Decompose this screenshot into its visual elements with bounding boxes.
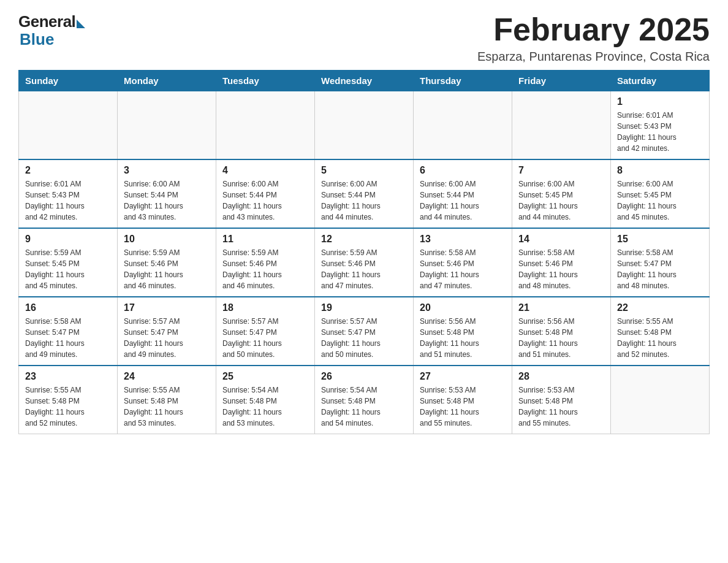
day-number: 12 — [321, 234, 407, 245]
day-info: Sunrise: 6:00 AM Sunset: 5:44 PM Dayligh… — [222, 178, 308, 223]
day-info: Sunrise: 5:58 AM Sunset: 5:46 PM Dayligh… — [518, 247, 604, 291]
day-number: 27 — [420, 371, 506, 382]
calendar-cell — [118, 91, 216, 160]
day-number: 13 — [420, 234, 506, 245]
day-number: 20 — [420, 302, 506, 313]
day-number: 7 — [518, 165, 604, 176]
calendar-cell: 14Sunrise: 5:58 AM Sunset: 5:46 PM Dayli… — [512, 228, 611, 297]
day-info: Sunrise: 5:59 AM Sunset: 5:46 PM Dayligh… — [124, 247, 210, 291]
day-number: 2 — [25, 165, 111, 176]
calendar-cell: 20Sunrise: 5:56 AM Sunset: 5:48 PM Dayli… — [414, 297, 512, 366]
calendar-cell: 13Sunrise: 5:58 AM Sunset: 5:46 PM Dayli… — [414, 228, 512, 297]
day-info: Sunrise: 6:01 AM Sunset: 5:43 PM Dayligh… — [617, 110, 703, 154]
day-number: 23 — [25, 371, 111, 382]
day-info: Sunrise: 5:57 AM Sunset: 5:47 PM Dayligh… — [321, 316, 407, 360]
day-info: Sunrise: 5:56 AM Sunset: 5:48 PM Dayligh… — [420, 316, 506, 360]
day-number: 8 — [617, 165, 703, 176]
day-info: Sunrise: 5:58 AM Sunset: 5:46 PM Dayligh… — [420, 247, 506, 291]
day-info: Sunrise: 6:01 AM Sunset: 5:43 PM Dayligh… — [25, 178, 111, 223]
calendar-cell — [611, 366, 710, 434]
day-number: 1 — [617, 96, 703, 107]
day-number: 9 — [25, 234, 111, 245]
calendar-cell: 3Sunrise: 6:00 AM Sunset: 5:44 PM Daylig… — [118, 159, 216, 228]
page-header: General Blue February 2025 Esparza, Punt… — [18, 12, 710, 64]
title-area: February 2025 Esparza, Puntarenas Provin… — [477, 12, 710, 64]
day-number: 14 — [518, 234, 604, 245]
day-info: Sunrise: 6:00 AM Sunset: 5:45 PM Dayligh… — [518, 178, 604, 223]
day-info: Sunrise: 5:54 AM Sunset: 5:48 PM Dayligh… — [321, 385, 407, 429]
logo-blue-text: Blue — [20, 30, 54, 49]
month-title: February 2025 — [477, 12, 710, 47]
calendar-header-wednesday: Wednesday — [315, 71, 414, 91]
logo-arrow-icon — [77, 20, 85, 28]
day-number: 24 — [124, 371, 210, 382]
day-info: Sunrise: 5:58 AM Sunset: 5:47 PM Dayligh… — [617, 247, 703, 291]
calendar-header-sunday: Sunday — [19, 71, 118, 91]
day-info: Sunrise: 5:58 AM Sunset: 5:47 PM Dayligh… — [25, 316, 111, 360]
day-info: Sunrise: 5:55 AM Sunset: 5:48 PM Dayligh… — [124, 385, 210, 429]
day-number: 26 — [321, 371, 407, 382]
day-info: Sunrise: 5:53 AM Sunset: 5:48 PM Dayligh… — [420, 385, 506, 429]
calendar-cell: 12Sunrise: 5:59 AM Sunset: 5:46 PM Dayli… — [315, 228, 414, 297]
calendar-cell: 8Sunrise: 6:00 AM Sunset: 5:45 PM Daylig… — [611, 159, 710, 228]
day-info: Sunrise: 5:55 AM Sunset: 5:48 PM Dayligh… — [617, 316, 703, 360]
calendar-cell — [216, 91, 315, 160]
calendar-header-thursday: Thursday — [414, 71, 512, 91]
calendar-cell: 23Sunrise: 5:55 AM Sunset: 5:48 PM Dayli… — [19, 366, 118, 434]
calendar-cell: 21Sunrise: 5:56 AM Sunset: 5:48 PM Dayli… — [512, 297, 611, 366]
day-number: 10 — [124, 234, 210, 245]
calendar-cell: 17Sunrise: 5:57 AM Sunset: 5:47 PM Dayli… — [118, 297, 216, 366]
calendar-header-friday: Friday — [512, 71, 611, 91]
day-info: Sunrise: 5:54 AM Sunset: 5:48 PM Dayligh… — [222, 385, 308, 429]
calendar-cell: 25Sunrise: 5:54 AM Sunset: 5:48 PM Dayli… — [216, 366, 315, 434]
calendar-cell: 4Sunrise: 6:00 AM Sunset: 5:44 PM Daylig… — [216, 159, 315, 228]
calendar-cell: 27Sunrise: 5:53 AM Sunset: 5:48 PM Dayli… — [414, 366, 512, 434]
day-info: Sunrise: 6:00 AM Sunset: 5:44 PM Dayligh… — [124, 178, 210, 223]
day-number: 21 — [518, 302, 604, 313]
day-info: Sunrise: 5:59 AM Sunset: 5:46 PM Dayligh… — [222, 247, 308, 291]
calendar-cell: 22Sunrise: 5:55 AM Sunset: 5:48 PM Dayli… — [611, 297, 710, 366]
calendar-cell: 2Sunrise: 6:01 AM Sunset: 5:43 PM Daylig… — [19, 159, 118, 228]
logo: General Blue — [18, 12, 85, 49]
calendar-week-row: 23Sunrise: 5:55 AM Sunset: 5:48 PM Dayli… — [19, 366, 710, 434]
location-subtitle: Esparza, Puntarenas Province, Costa Rica — [477, 50, 710, 64]
day-number: 11 — [222, 234, 308, 245]
day-info: Sunrise: 6:00 AM Sunset: 5:44 PM Dayligh… — [321, 178, 407, 223]
calendar-cell: 9Sunrise: 5:59 AM Sunset: 5:45 PM Daylig… — [19, 228, 118, 297]
day-number: 6 — [420, 165, 506, 176]
day-info: Sunrise: 5:57 AM Sunset: 5:47 PM Dayligh… — [124, 316, 210, 360]
calendar-cell: 19Sunrise: 5:57 AM Sunset: 5:47 PM Dayli… — [315, 297, 414, 366]
calendar-cell: 26Sunrise: 5:54 AM Sunset: 5:48 PM Dayli… — [315, 366, 414, 434]
day-info: Sunrise: 6:00 AM Sunset: 5:44 PM Dayligh… — [420, 178, 506, 223]
calendar-cell: 15Sunrise: 5:58 AM Sunset: 5:47 PM Dayli… — [611, 228, 710, 297]
calendar-week-row: 1Sunrise: 6:01 AM Sunset: 5:43 PM Daylig… — [19, 91, 710, 160]
calendar-cell: 24Sunrise: 5:55 AM Sunset: 5:48 PM Dayli… — [118, 366, 216, 434]
day-number: 4 — [222, 165, 308, 176]
day-number: 25 — [222, 371, 308, 382]
day-number: 18 — [222, 302, 308, 313]
calendar-week-row: 16Sunrise: 5:58 AM Sunset: 5:47 PM Dayli… — [19, 297, 710, 366]
day-number: 16 — [25, 302, 111, 313]
day-info: Sunrise: 5:55 AM Sunset: 5:48 PM Dayligh… — [25, 385, 111, 429]
calendar-cell: 10Sunrise: 5:59 AM Sunset: 5:46 PM Dayli… — [118, 228, 216, 297]
calendar-header-row: SundayMondayTuesdayWednesdayThursdayFrid… — [19, 71, 710, 91]
calendar-cell: 11Sunrise: 5:59 AM Sunset: 5:46 PM Dayli… — [216, 228, 315, 297]
calendar-table: SundayMondayTuesdayWednesdayThursdayFrid… — [18, 70, 710, 434]
day-number: 28 — [518, 371, 604, 382]
calendar-cell — [414, 91, 512, 160]
calendar-header-monday: Monday — [118, 71, 216, 91]
calendar-cell: 6Sunrise: 6:00 AM Sunset: 5:44 PM Daylig… — [414, 159, 512, 228]
day-number: 19 — [321, 302, 407, 313]
calendar-week-row: 9Sunrise: 5:59 AM Sunset: 5:45 PM Daylig… — [19, 228, 710, 297]
day-number: 15 — [617, 234, 703, 245]
day-number: 22 — [617, 302, 703, 313]
day-info: Sunrise: 5:59 AM Sunset: 5:46 PM Dayligh… — [321, 247, 407, 291]
calendar-cell: 16Sunrise: 5:58 AM Sunset: 5:47 PM Dayli… — [19, 297, 118, 366]
calendar-cell: 5Sunrise: 6:00 AM Sunset: 5:44 PM Daylig… — [315, 159, 414, 228]
day-info: Sunrise: 5:59 AM Sunset: 5:45 PM Dayligh… — [25, 247, 111, 291]
calendar-cell: 28Sunrise: 5:53 AM Sunset: 5:48 PM Dayli… — [512, 366, 611, 434]
day-info: Sunrise: 6:00 AM Sunset: 5:45 PM Dayligh… — [617, 178, 703, 223]
day-number: 17 — [124, 302, 210, 313]
calendar-header-saturday: Saturday — [611, 71, 710, 91]
day-info: Sunrise: 5:53 AM Sunset: 5:48 PM Dayligh… — [518, 385, 604, 429]
